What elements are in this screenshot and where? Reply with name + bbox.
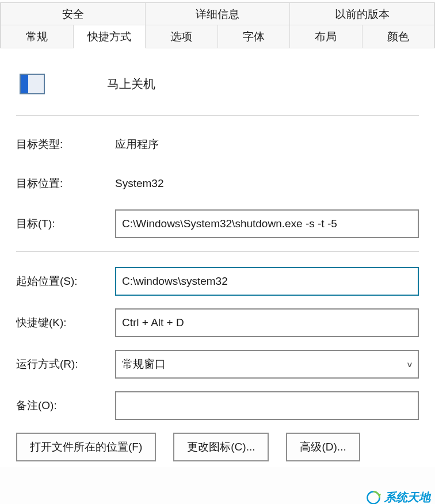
target-input[interactable]: [115, 209, 419, 238]
tab-font[interactable]: 字体: [218, 25, 291, 48]
comment-input[interactable]: [115, 391, 419, 420]
tab-security[interactable]: 安全: [1, 2, 146, 25]
run-select-value: 常规窗口: [122, 357, 166, 372]
globe-arrow-icon: [366, 490, 381, 505]
start-in-input[interactable]: [115, 267, 419, 296]
value-target-location: System32: [115, 177, 163, 190]
properties-dialog: 安全 详细信息 以前的版本 常规 快捷方式 选项 字体 布局 颜色 马上关机 目…: [0, 2, 435, 504]
tab-options[interactable]: 选项: [146, 25, 218, 48]
advanced-button[interactable]: 高级(D)...: [286, 433, 360, 461]
tab-row-upper: 安全 详细信息 以前的版本: [0, 2, 435, 25]
label-run: 运行方式(R):: [16, 357, 115, 372]
shortcut-header: 马上关机: [16, 62, 419, 115]
row-target: 目标(T):: [16, 209, 419, 238]
row-start-in: 起始位置(S):: [16, 267, 419, 296]
tab-content-shortcut: 马上关机 目标类型: 应用程序 目标位置: System32 目标(T): 起始…: [0, 48, 435, 467]
tab-shortcut[interactable]: 快捷方式: [74, 25, 146, 48]
chevron-down-icon: ∨: [406, 360, 413, 368]
shortcut-form: 目标类型: 应用程序 目标位置: System32 目标(T): 起始位置(S)…: [16, 116, 419, 461]
tab-row-lower: 常规 快捷方式 选项 字体 布局 颜色: [0, 25, 435, 48]
label-start-in: 起始位置(S):: [16, 274, 115, 289]
tab-color[interactable]: 颜色: [362, 25, 435, 48]
row-target-type: 目标类型: 应用程序: [16, 131, 419, 158]
shortcut-key-input[interactable]: [115, 308, 419, 337]
row-run: 运行方式(R): 常规窗口 ∨: [16, 350, 419, 379]
run-select[interactable]: 常规窗口 ∨: [115, 350, 419, 379]
change-icon-button[interactable]: 更改图标(C)...: [173, 433, 269, 461]
tab-layout[interactable]: 布局: [290, 25, 362, 48]
tab-general[interactable]: 常规: [1, 25, 74, 48]
value-target-type: 应用程序: [115, 137, 159, 152]
open-file-location-button[interactable]: 打开文件所在的位置(F): [16, 433, 156, 461]
shortcut-title: 马上关机: [107, 76, 155, 92]
button-row: 打开文件所在的位置(F) 更改图标(C)... 高级(D)...: [16, 433, 419, 461]
label-target: 目标(T):: [16, 216, 115, 231]
tab-details[interactable]: 详细信息: [146, 2, 290, 25]
row-comment: 备注(O):: [16, 391, 419, 420]
label-comment: 备注(O):: [16, 398, 115, 413]
label-target-type: 目标类型:: [16, 137, 115, 152]
label-target-location: 目标位置:: [16, 176, 115, 191]
row-shortcut-key: 快捷键(K):: [16, 308, 419, 337]
label-shortcut-key: 快捷键(K):: [16, 315, 115, 330]
row-target-location: 目标位置: System32: [16, 170, 419, 197]
divider-2: [16, 251, 419, 252]
watermark: 系统天地: [366, 490, 430, 504]
tab-previous-versions[interactable]: 以前的版本: [290, 2, 434, 25]
watermark-text: 系统天地: [384, 490, 430, 504]
app-icon: [20, 74, 45, 94]
